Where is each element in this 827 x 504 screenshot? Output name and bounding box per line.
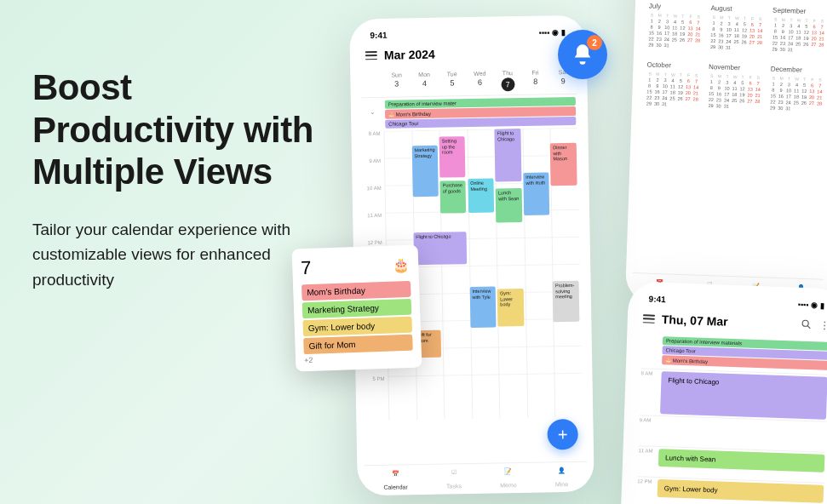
phone-day-view: 9:41 ▪▪▪▪ ◉ ▮ Thu, 07 Mar ⋮ Preparation … bbox=[617, 282, 827, 504]
nav-item-tasks[interactable]: ☑Tasks bbox=[446, 469, 462, 489]
popup-event[interactable]: Marketing Strategy bbox=[302, 299, 412, 318]
month-title[interactable]: Mar 2024 bbox=[384, 45, 553, 61]
timed-event[interactable]: Problem-solving meeting bbox=[553, 281, 579, 323]
notification-bell[interactable]: 2 bbox=[558, 30, 607, 79]
nav-icon: 📅 bbox=[389, 470, 401, 482]
nav-icon: ☑ bbox=[448, 469, 460, 481]
week-day[interactable]: Mon4 bbox=[411, 72, 439, 94]
mini-cal-title: July bbox=[649, 2, 703, 11]
popup-more-count[interactable]: +2 bbox=[304, 352, 413, 364]
nav-icon: 📝 bbox=[503, 468, 514, 480]
nav-icon: 👤 bbox=[555, 467, 567, 479]
day-title[interactable]: Thu, 07 Mar bbox=[662, 312, 794, 330]
mini-cal-title: October bbox=[646, 60, 700, 70]
add-button[interactable]: + bbox=[547, 419, 578, 450]
nav-item-memo[interactable]: 📝Memo bbox=[500, 468, 517, 488]
status-time: 9:41 bbox=[370, 31, 387, 40]
week-day[interactable]: Wed6 bbox=[466, 71, 494, 93]
hour-label: 11 AM bbox=[638, 448, 658, 454]
dayview-event[interactable]: Gym: Lower body bbox=[658, 479, 824, 503]
week-header: Mar 2024 bbox=[360, 42, 577, 69]
hour-label: 9 AM bbox=[362, 158, 382, 186]
timed-event[interactable]: Lunch with Sean bbox=[496, 188, 522, 223]
nav-label: Calendar bbox=[383, 484, 408, 490]
mini-calendar[interactable]: AugustSMTWTFS123456789101112131415161718… bbox=[709, 1, 765, 54]
timed-event[interactable]: Gym: Lower body bbox=[497, 289, 524, 327]
timed-event[interactable]: Purchase of goods bbox=[440, 180, 467, 214]
battery-icon: ▮ bbox=[561, 28, 566, 37]
menu-icon[interactable] bbox=[365, 51, 377, 60]
svg-line-3 bbox=[807, 326, 810, 329]
mini-cal-title: September bbox=[772, 7, 826, 16]
mini-calendar[interactable]: SeptemberSMTWTFS123456789101112131415161… bbox=[771, 3, 826, 57]
mini-calendar[interactable]: OctoberSMTWTFS12345678910111213141516171… bbox=[646, 57, 701, 111]
week-day[interactable]: Sun3 bbox=[382, 72, 411, 94]
nav-label: Memo bbox=[500, 482, 517, 488]
timed-event[interactable]: Flight to Chicago bbox=[495, 129, 521, 182]
popup-event[interactable]: Gift for Mom bbox=[303, 335, 413, 354]
phone-year-view: JulySMTWTFS12345678910111213141516171819… bbox=[625, 0, 827, 310]
dayview-event[interactable]: Flight to Chicago bbox=[660, 371, 827, 420]
promo-title: Boost Productivity with Multiple Views bbox=[32, 66, 339, 193]
hour-label: 12 PM bbox=[637, 478, 658, 484]
chevron-down-icon[interactable]: ⌄ bbox=[361, 98, 384, 131]
allday-section: ⌄ Preparation of interview mater🎂 Mom's … bbox=[361, 94, 578, 131]
signal-icon: ▪▪▪▪ bbox=[539, 28, 550, 37]
status-time: 9:41 bbox=[649, 295, 666, 305]
week-day[interactable]: Thu7 bbox=[494, 70, 522, 92]
nav-item-mine[interactable]: 👤Mine bbox=[555, 467, 569, 487]
dayview-row: 8 AMFlight to Chicago bbox=[640, 368, 827, 421]
hour-label: 11 AM bbox=[363, 213, 382, 240]
more-icon[interactable]: ⋮ bbox=[819, 319, 827, 331]
hour-label: 10 AM bbox=[363, 186, 382, 213]
cake-icon: 🎂 bbox=[393, 256, 411, 273]
mini-cal-title: August bbox=[710, 4, 764, 14]
timed-event[interactable]: Interview with Tyle bbox=[469, 287, 496, 329]
status-icons: ▪▪▪▪ ◉ ▮ bbox=[798, 300, 825, 309]
week-day[interactable]: Fri8 bbox=[521, 69, 549, 91]
popup-event[interactable]: Gym: Lower body bbox=[302, 317, 412, 336]
day-summary-popup[interactable]: 7 🎂 Mom's BirthdayMarketing StrategyGym:… bbox=[292, 244, 422, 371]
nav-item-calendar[interactable]: 📅Calendar bbox=[383, 470, 408, 490]
popup-event[interactable]: Mom's Birthday bbox=[302, 281, 411, 301]
hour-label: 8 AM bbox=[361, 131, 381, 158]
hour-label: 9 AM bbox=[640, 417, 660, 423]
mini-cal-title: November bbox=[709, 63, 762, 72]
battery-icon: ▮ bbox=[820, 301, 824, 309]
svg-point-2 bbox=[802, 320, 808, 326]
timed-event[interactable]: Marketing Strategy bbox=[411, 146, 438, 198]
timed-event[interactable]: Dinner with Mason bbox=[550, 143, 577, 186]
timed-event[interactable]: Interview with Ruth bbox=[523, 172, 549, 215]
nav-label: Mine bbox=[555, 481, 568, 487]
search-icon[interactable] bbox=[801, 318, 813, 330]
week-day-header: Sun3Mon4Tue5Wed6Thu7Fri8Sat9 bbox=[360, 66, 577, 98]
timed-event[interactable]: Setting up the room bbox=[439, 136, 466, 178]
popup-day-number: 7 bbox=[301, 257, 312, 279]
dayview-event[interactable]: Lunch with Sean bbox=[658, 449, 825, 472]
mini-calendar[interactable]: DecemberSMTWTFS1234567891011121314151617… bbox=[769, 61, 824, 115]
bottom-nav: 📅Calendar☑Tasks📝Memo👤Mine bbox=[364, 461, 588, 493]
hour-label: 8 AM bbox=[641, 370, 662, 376]
mini-cal-title: December bbox=[771, 65, 824, 74]
timed-event[interactable]: Online Meeting bbox=[468, 179, 494, 214]
mini-calendar[interactable]: JulySMTWTFS12345678910111213141516171819… bbox=[647, 0, 703, 53]
signal-icon: ▪▪▪▪ bbox=[798, 300, 809, 308]
status-icons: ▪▪▪▪ ◉ ▮ bbox=[539, 28, 566, 37]
mini-calendar[interactable]: NovemberSMTWTFS1234567891011121314151617… bbox=[707, 60, 762, 113]
wifi-icon: ◉ bbox=[811, 301, 818, 309]
notification-badge: 2 bbox=[587, 35, 602, 50]
timed-event[interactable]: Flight to Chicago bbox=[413, 232, 468, 265]
nav-label: Tasks bbox=[446, 483, 462, 489]
wifi-icon: ◉ bbox=[552, 28, 559, 37]
menu-icon[interactable] bbox=[643, 314, 655, 323]
hour-label: 5 PM bbox=[365, 376, 385, 404]
week-day[interactable]: Tue5 bbox=[438, 71, 466, 93]
